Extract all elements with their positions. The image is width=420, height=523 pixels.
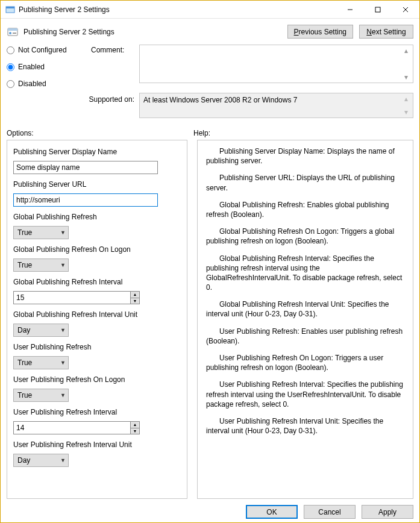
radio-enabled-input[interactable] <box>7 63 14 71</box>
help-text: Global Publishing Refresh Interval Unit:… <box>206 299 404 319</box>
radio-enabled[interactable]: Enabled <box>7 63 91 71</box>
global-refresh-logon-label: Global Publishing Refresh On Logon <box>13 245 181 254</box>
apply-button[interactable]: Apply <box>362 505 413 519</box>
panels: Publishing Server Display Name Publishin… <box>7 140 413 499</box>
options-panel: Publishing Server Display Name Publishin… <box>7 140 187 499</box>
panels-header: Options: Help: <box>7 129 413 137</box>
global-refresh-interval-input[interactable] <box>13 291 130 304</box>
help-text: Global Publishing Refresh On Logon: Trig… <box>206 227 404 246</box>
user-refresh-label: User Publishing Refresh <box>13 343 181 351</box>
spin-up-icon[interactable]: ▲ <box>131 422 139 428</box>
radio-not-configured-label: Not Configured <box>18 46 67 54</box>
help-text: User Publishing Refresh: Enables user pu… <box>206 327 404 346</box>
global-refresh-interval-label: Global Publishing Refresh Interval <box>13 278 181 286</box>
cancel-button[interactable]: Cancel <box>304 505 356 519</box>
dialog-window: Publishing Server 2 Settings Publishing … <box>0 0 420 523</box>
radio-not-configured[interactable]: Not Configured <box>7 46 91 54</box>
svg-rect-1 <box>6 7 14 8</box>
svg-rect-9 <box>13 33 16 34</box>
nav-buttons: Previous Setting Next Setting <box>287 25 413 39</box>
supported-scrollbar: ▴ ▾ <box>404 95 412 116</box>
spin-down-icon[interactable]: ▼ <box>131 428 139 434</box>
supported-on-text: At least Windows Server 2008 R2 or Windo… <box>143 96 297 104</box>
user-refresh-interval-unit-label: User Publishing Refresh Interval Unit <box>13 440 181 449</box>
scroll-down-icon: ▾ <box>404 108 412 116</box>
app-icon <box>5 5 15 14</box>
help-panel: Publishing Server Display Name: Displays… <box>197 140 413 499</box>
help-text: User Publishing Refresh Interval Unit: S… <box>206 416 404 436</box>
radio-disabled-label: Disabled <box>18 80 46 88</box>
scroll-up-icon[interactable]: ▴ <box>404 46 412 55</box>
help-heading: Help: <box>193 129 413 137</box>
titlebar: Publishing Server 2 Settings <box>1 1 419 19</box>
spin-up-icon[interactable]: ▲ <box>131 292 139 298</box>
global-refresh-interval-spinner[interactable]: ▲ ▼ <box>13 291 140 304</box>
display-name-label: Publishing Server Display Name <box>13 148 181 156</box>
user-refresh-logon-label: User Publishing Refresh On Logon <box>13 375 181 384</box>
radio-disabled[interactable]: Disabled <box>7 80 91 88</box>
svg-point-8 <box>9 32 11 34</box>
help-text: Publishing Server Display Name: Displays… <box>206 146 404 166</box>
window-title: Publishing Server 2 Settings <box>19 5 110 14</box>
footer: OK Cancel Apply <box>7 505 413 519</box>
previous-setting-button[interactable]: Previous Setting <box>287 25 353 39</box>
minimize-button[interactable] <box>336 1 364 19</box>
global-refresh-label: Global Publishing Refresh <box>13 213 181 221</box>
header-title: Publishing Server 2 Settings <box>24 28 283 36</box>
svg-rect-7 <box>8 28 17 31</box>
url-label: Publishing Server URL <box>13 180 181 189</box>
header-row: Publishing Server 2 Settings Previous Se… <box>7 25 413 39</box>
global-refresh-select[interactable]: True ▼ <box>13 226 69 239</box>
radio-disabled-input[interactable] <box>7 80 14 88</box>
scroll-up-icon: ▴ <box>404 95 412 103</box>
chevron-down-icon: ▼ <box>60 392 66 398</box>
user-refresh-interval-spinner[interactable]: ▲ ▼ <box>13 421 140 434</box>
chevron-down-icon: ▼ <box>60 457 66 463</box>
scroll-down-icon[interactable]: ▾ <box>404 73 412 81</box>
comment-scrollbar[interactable]: ▴ ▾ <box>404 46 412 81</box>
user-refresh-interval-unit-select[interactable]: Day ▼ <box>13 454 69 467</box>
chevron-down-icon: ▼ <box>60 327 66 333</box>
user-refresh-interval-unit-value: Day <box>17 456 30 465</box>
help-text: Global Publishing Refresh: Enables globa… <box>206 200 404 219</box>
comment-textbox[interactable]: ▴ ▾ <box>139 45 413 83</box>
global-refresh-interval-unit-select[interactable]: Day ▼ <box>13 324 69 337</box>
global-refresh-logon-value: True <box>17 261 32 269</box>
supported-on-label: Supported on: <box>7 93 139 118</box>
help-text: User Publishing Refresh Interval: Specif… <box>206 380 404 409</box>
display-name-input[interactable] <box>13 161 158 174</box>
url-input[interactable] <box>13 193 158 207</box>
help-text: Publishing Server URL: Displays the URL … <box>206 173 404 192</box>
supported-row: Supported on: At least Windows Server 20… <box>7 93 413 118</box>
chevron-down-icon: ▼ <box>60 230 66 236</box>
chevron-down-icon: ▼ <box>60 360 66 366</box>
spin-down-icon[interactable]: ▼ <box>131 298 139 304</box>
user-refresh-interval-label: User Publishing Refresh Interval <box>13 408 181 416</box>
global-refresh-interval-unit-value: Day <box>17 326 30 334</box>
comment-label: Comment: <box>91 45 139 88</box>
user-refresh-interval-input[interactable] <box>13 421 130 434</box>
client-area: Publishing Server 2 Settings Previous Se… <box>1 19 419 522</box>
options-heading: Options: <box>7 129 193 137</box>
state-radios: Not Configured Enabled Disabled <box>7 45 91 88</box>
chevron-down-icon: ▼ <box>60 262 66 268</box>
help-text: User Publishing Refresh On Logon: Trigge… <box>206 353 404 372</box>
user-refresh-value: True <box>17 359 32 367</box>
next-setting-button[interactable]: Next Setting <box>359 25 413 39</box>
svg-rect-3 <box>375 7 380 12</box>
close-button[interactable] <box>392 1 419 19</box>
user-refresh-select[interactable]: True ▼ <box>13 356 69 369</box>
global-refresh-interval-unit-label: Global Publishing Refresh Interval Unit <box>13 310 181 319</box>
user-refresh-logon-select[interactable]: True ▼ <box>13 389 69 402</box>
radio-enabled-label: Enabled <box>18 63 45 71</box>
global-refresh-logon-select[interactable]: True ▼ <box>13 258 69 272</box>
help-text: Global Publishing Refresh Interval: Spec… <box>206 254 404 293</box>
maximize-button[interactable] <box>364 1 392 19</box>
supported-on-box: At least Windows Server 2008 R2 or Windo… <box>139 93 413 118</box>
config-row: Not Configured Enabled Disabled Comment:… <box>7 45 413 88</box>
radio-not-configured-input[interactable] <box>7 46 14 54</box>
global-refresh-value: True <box>17 228 32 237</box>
ok-button[interactable]: OK <box>246 505 298 519</box>
user-refresh-logon-value: True <box>17 391 32 399</box>
policy-icon <box>7 26 19 38</box>
